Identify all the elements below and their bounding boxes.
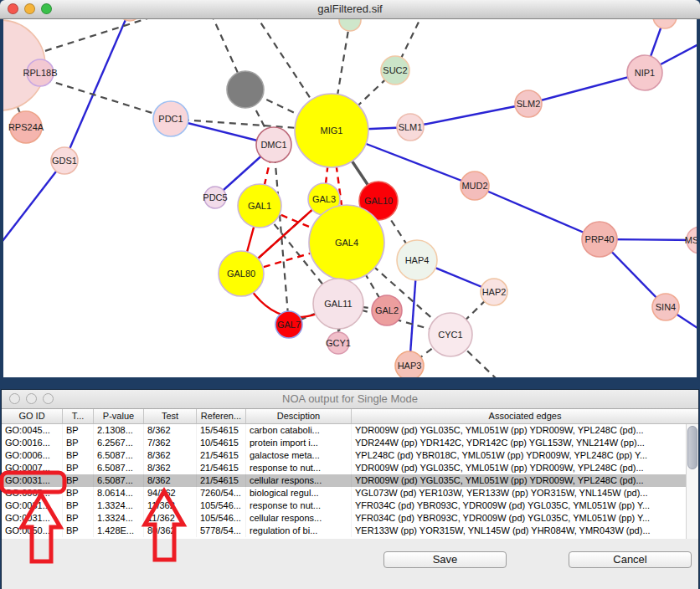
cell-go_id: GO:0031... <box>2 474 63 487</box>
svg-text:PDC1: PDC1 <box>158 114 183 124</box>
scrollbar-thumb[interactable] <box>687 426 697 469</box>
node-NIP1[interactable]: NIP1 <box>627 55 662 90</box>
node-SLM1[interactable]: SLM1 <box>397 114 424 141</box>
svg-text:GAL4: GAL4 <box>335 238 358 248</box>
network-window-title: galFiltered.sif <box>0 0 700 18</box>
node-GAL1[interactable]: GAL1 <box>238 184 281 228</box>
node-GAL11[interactable]: GAL11 <box>313 279 363 329</box>
svg-text:RPL18B: RPL18B <box>23 68 58 78</box>
edge <box>64 19 130 161</box>
table-row[interactable]: GO:0050...BP1.428E...80/3625778/54...reg… <box>2 525 698 537</box>
cell-description: response to nut... <box>246 499 352 512</box>
table-row[interactable]: GO:0031...BP6.5087...8/36221/54615cellul… <box>2 474 698 487</box>
table-row[interactable]: GO:0006...BP6.5087...8/36221/54615galact… <box>2 449 698 462</box>
table-row[interactable]: GO:0045...BP2.1308...8/36215/54615carbon… <box>2 424 698 437</box>
svg-text:GAL1: GAL1 <box>248 201 271 211</box>
cell-test: 7/362 <box>144 437 197 449</box>
node-top-green[interactable] <box>339 19 361 31</box>
table-row[interactable]: GO:0007...BP6.5087...8/36221/54615respon… <box>2 462 698 474</box>
node-GAL80[interactable]: GAL80 <box>219 251 264 296</box>
node-GAL4[interactable]: GAL4 <box>309 205 384 280</box>
node-GDS1[interactable]: GDS1 <box>51 147 78 174</box>
node-SUC2[interactable]: SUC2 <box>381 56 409 85</box>
node-RPS24A[interactable]: RPS24A <box>8 111 44 143</box>
node-top-right-pink[interactable] <box>653 19 677 28</box>
node-GCY1[interactable]: GCY1 <box>326 332 351 354</box>
node-MIG1[interactable]: MIG1 <box>295 94 368 167</box>
column-header-reference[interactable]: Referen... <box>197 409 246 423</box>
cell-go_id: GO:0050... <box>2 525 63 537</box>
cell-description: galactose meta... <box>246 449 352 462</box>
node-MS[interactable]: MS <box>685 227 697 254</box>
column-header-description[interactable]: Desciption <box>246 409 352 423</box>
cell-test: 11/362 <box>144 512 197 525</box>
cell-type: BP <box>63 449 94 462</box>
cell-p_value: 6.2567... <box>94 437 144 449</box>
cell-p_value: 8.0614... <box>94 487 144 499</box>
cell-type: BP <box>63 499 94 512</box>
network-canvas[interactable]: RPL18BRPS24AGDS1PDC1DMC1MIG1SUC2SLM1SLM2… <box>3 19 697 377</box>
cell-type: BP <box>63 525 94 537</box>
column-header-test[interactable]: Test <box>144 409 197 423</box>
cell-reference: 15/54615 <box>197 424 246 437</box>
svg-text:HAP4: HAP4 <box>405 255 430 265</box>
noa-window-titlebar[interactable]: NOA output for Single Mode <box>2 390 698 409</box>
table-row[interactable]: GO:0031...BP1.3324...11/362105/546...cel… <box>2 512 698 525</box>
svg-text:GAL2: GAL2 <box>375 305 399 315</box>
table-row[interactable]: GO:0065...BP8.0614...94/3627260/54...bio… <box>2 487 698 499</box>
network-window-titlebar[interactable]: galFiltered.sif <box>0 0 700 19</box>
node-HAP2[interactable]: HAP2 <box>481 279 507 305</box>
svg-text:SUC2: SUC2 <box>383 65 407 75</box>
node-PDC1[interactable]: PDC1 <box>153 101 188 136</box>
cell-description: cellular respons... <box>246 512 352 525</box>
node-PRP40[interactable]: PRP40 <box>582 222 617 257</box>
table-scrollbar[interactable] <box>686 424 698 539</box>
node-PDC5[interactable]: PDC5 <box>203 187 227 208</box>
noa-table-body: GO:0045...BP2.1308...8/36215/54615carbon… <box>2 424 698 539</box>
save-button[interactable]: Save <box>383 551 507 568</box>
cell-go_id: GO:0031... <box>2 512 63 525</box>
node-CYC1[interactable]: CYC1 <box>429 313 472 356</box>
cell-go_id: GO:0065... <box>2 487 63 499</box>
table-row[interactable]: GO:0031...BP1.3324...11/362105/546...res… <box>2 499 698 512</box>
cell-description: regulation of bi... <box>246 525 352 537</box>
cell-type: BP <box>63 512 94 525</box>
edge <box>3 161 64 244</box>
node-MUD2[interactable]: MUD2 <box>461 172 489 200</box>
svg-text:GAL11: GAL11 <box>324 299 352 309</box>
column-header-type[interactable]: T... <box>63 409 94 423</box>
noa-window: NOA output for Single Mode GO IDT...P-va… <box>2 390 698 589</box>
node-HAP4[interactable]: HAP4 <box>397 240 437 280</box>
svg-text:HAP3: HAP3 <box>398 361 422 371</box>
cell-description: protein import i... <box>246 437 352 449</box>
node-GAL7[interactable]: GAL7 <box>275 311 302 338</box>
cell-p_value: 6.5087... <box>94 474 144 487</box>
cell-type: BP <box>63 424 94 437</box>
cell-p_value: 1.3324... <box>94 512 144 525</box>
svg-text:GAL80: GAL80 <box>227 269 255 279</box>
cell-go_id: GO:0006... <box>2 449 63 462</box>
cell-reference: 7260/54... <box>197 487 246 499</box>
svg-text:SLM1: SLM1 <box>399 122 423 132</box>
cell-go_id: GO:0016... <box>2 437 63 449</box>
cell-edges: YDR244W (pp) YDR142C, YDR142C (pp) YGL15… <box>352 437 698 449</box>
cell-p_value: 6.5087... <box>94 462 144 474</box>
node-gray-node[interactable] <box>227 71 264 108</box>
cancel-button[interactable]: Cancel <box>569 551 692 568</box>
svg-text:GDS1: GDS1 <box>52 156 77 166</box>
cell-p_value: 1.428E... <box>94 525 144 537</box>
column-header-p_value[interactable]: P-value <box>94 409 144 423</box>
cell-reference: 105/546... <box>197 499 246 512</box>
table-row[interactable]: GO:0016...BP6.2567...7/36210/54615protei… <box>2 437 698 449</box>
column-header-go_id[interactable]: GO ID <box>2 409 63 423</box>
node-HAP3[interactable]: HAP3 <box>395 351 424 377</box>
cell-edges: YFR034C (pd) YBR093C, YDR009W (pd) YGL03… <box>352 499 698 512</box>
column-header-edges[interactable]: Associated edges <box>352 409 698 423</box>
node-SLM2[interactable]: SLM2 <box>515 90 542 117</box>
cell-edges: YDR009W (pd) YGL035C, YML051W (pp) YDR00… <box>352 462 698 474</box>
svg-text:SLM2: SLM2 <box>517 99 541 109</box>
svg-text:GCY1: GCY1 <box>326 338 351 348</box>
node-GAL2[interactable]: GAL2 <box>372 295 402 325</box>
node-SIN4[interactable]: SIN4 <box>652 294 679 320</box>
node-DMC1[interactable]: DMC1 <box>256 127 291 162</box>
